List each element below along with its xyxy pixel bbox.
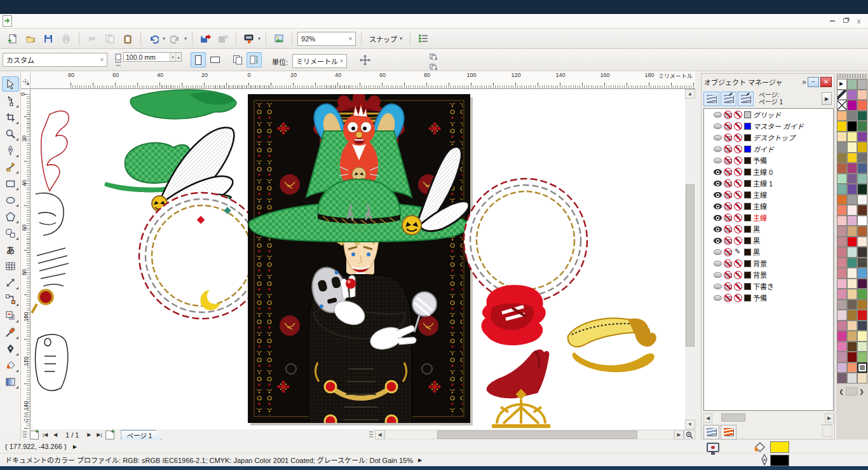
status-flyout-arrow[interactable]: ▶: [73, 444, 77, 450]
canvas-horizontal-scrollbar[interactable]: ◀ ▶: [367, 430, 695, 439]
artwork-sketch-red[interactable]: [41, 111, 69, 191]
last-page-button[interactable]: ▶|: [94, 430, 104, 439]
palette-swatch[interactable]: [847, 205, 857, 216]
palette-swatch[interactable]: [837, 142, 847, 153]
basic-shapes-tool[interactable]: [2, 225, 19, 240]
layer-name[interactable]: 黒: [753, 235, 760, 245]
printer-icon[interactable]: [724, 294, 732, 302]
palette-swatch[interactable]: [857, 195, 867, 205]
edit-across-layers-button[interactable]: [721, 92, 736, 106]
ruler-origin[interactable]: [21, 71, 31, 89]
palette-swatch[interactable]: [847, 111, 857, 121]
eye-icon[interactable]: [714, 135, 722, 141]
palette-swatch[interactable]: [847, 132, 857, 142]
palette-swatch[interactable]: [857, 331, 867, 342]
palette-swatch[interactable]: [837, 174, 847, 184]
palette-swatch[interactable]: [837, 237, 847, 247]
eye-icon[interactable]: [714, 192, 722, 198]
new-master-layer-button[interactable]: [721, 425, 736, 439]
layer-name[interactable]: デスクトップ: [753, 132, 795, 142]
add-page-after-button[interactable]: [105, 431, 114, 439]
ellipse-tool[interactable]: [2, 192, 19, 207]
palette-swatch[interactable]: [837, 184, 847, 195]
palette-swatch[interactable]: [857, 111, 867, 121]
pencil-icon[interactable]: [734, 282, 742, 291]
horizontal-scroll-thumb[interactable]: [437, 431, 637, 439]
artistic-media-tool[interactable]: [2, 159, 19, 174]
palette-swatch[interactable]: [847, 90, 857, 100]
artwork-green-swoosh[interactable]: [130, 90, 236, 119]
printer-icon[interactable]: [724, 202, 732, 211]
pencil-icon[interactable]: [734, 294, 742, 302]
pencil-icon[interactable]: [734, 248, 742, 256]
palette-swatch[interactable]: [847, 331, 857, 342]
pencil-icon[interactable]: [734, 111, 742, 119]
palette-swatch[interactable]: [847, 258, 857, 268]
polygon-tool[interactable]: [2, 209, 19, 224]
show-object-properties-button[interactable]: [703, 92, 719, 106]
pick-tool[interactable]: [2, 76, 19, 92]
eye-icon[interactable]: [714, 295, 722, 301]
printer-icon[interactable]: [724, 248, 732, 256]
layer-row[interactable]: 黒: [704, 223, 833, 235]
eye-icon[interactable]: [714, 112, 722, 118]
palette-swatch[interactable]: [857, 300, 867, 310]
layer-name[interactable]: 下書き: [753, 281, 774, 291]
palette-swatch[interactable]: [847, 321, 857, 331]
printer-icon[interactable]: [724, 179, 732, 188]
printer-icon[interactable]: [724, 282, 732, 291]
palette-swatch[interactable]: [847, 352, 857, 363]
palette-swatch[interactable]: [837, 247, 847, 258]
palette-swatch[interactable]: [837, 352, 847, 363]
palette-swatch[interactable]: [857, 121, 867, 132]
layer-name[interactable]: 黒: [753, 224, 760, 234]
eye-icon[interactable]: [714, 272, 722, 278]
layer-name[interactable]: グリッド: [753, 109, 781, 120]
printer-icon[interactable]: [724, 156, 732, 165]
save-button[interactable]: [41, 31, 56, 46]
printer-icon[interactable]: [724, 259, 732, 268]
eye-icon[interactable]: [714, 169, 722, 175]
canvas-vertical-scrollbar[interactable]: ▲ ▼: [685, 89, 695, 429]
palette-swatch[interactable]: [837, 226, 847, 237]
eye-icon[interactable]: [714, 249, 722, 255]
launcher-dropdown[interactable]: ▾: [258, 36, 261, 41]
vertical-ruler[interactable]: 020406080100120140: [21, 89, 31, 429]
palette-swatch[interactable]: [837, 216, 847, 226]
palette-swatch[interactable]: [857, 163, 867, 174]
layer-name[interactable]: 背景: [753, 258, 767, 268]
palette-swatch[interactable]: [847, 195, 857, 205]
palette-swatch[interactable]: [847, 363, 857, 373]
next-page-button[interactable]: ▶: [84, 430, 94, 439]
palette-swatch[interactable]: [837, 331, 847, 342]
layer-manager-view-button[interactable]: [738, 92, 754, 106]
units-combo[interactable]: ミリメートル˅: [292, 54, 347, 68]
palette-swatch[interactable]: [857, 153, 867, 163]
eye-icon[interactable]: [714, 215, 722, 221]
scroll-up-button[interactable]: ▲: [685, 89, 695, 99]
fill-color-indicator[interactable]: [770, 441, 789, 453]
rectangle-tool[interactable]: [2, 176, 19, 191]
palette-swatch[interactable]: [857, 216, 867, 226]
layer-name[interactable]: 予備: [753, 293, 767, 303]
layer-name[interactable]: 主線: [753, 201, 767, 211]
table-tool[interactable]: [2, 258, 19, 273]
layer-name[interactable]: ガイド: [753, 144, 774, 154]
layer-row[interactable]: 主線: [704, 212, 833, 223]
panel-close-button[interactable]: ✕: [820, 77, 832, 87]
redo-button[interactable]: [168, 31, 183, 46]
copy-button[interactable]: [102, 31, 118, 46]
freehand-tool[interactable]: [2, 142, 19, 158]
palette-swatch[interactable]: [857, 258, 867, 268]
palette-swatch[interactable]: [857, 289, 867, 300]
artwork-sketch-garment[interactable]: [36, 335, 68, 391]
artwork-sketch-hand[interactable]: [32, 248, 69, 313]
pencil-icon[interactable]: [734, 179, 742, 188]
layer-name[interactable]: 黒: [753, 247, 760, 257]
palette-swatch[interactable]: [847, 289, 857, 300]
artwork-badge-left[interactable]: [139, 193, 265, 319]
palette-swatch[interactable]: [857, 268, 867, 279]
dimension-tool[interactable]: [2, 275, 19, 290]
palette-swatch[interactable]: [847, 342, 857, 352]
shape-tool[interactable]: [2, 93, 19, 108]
